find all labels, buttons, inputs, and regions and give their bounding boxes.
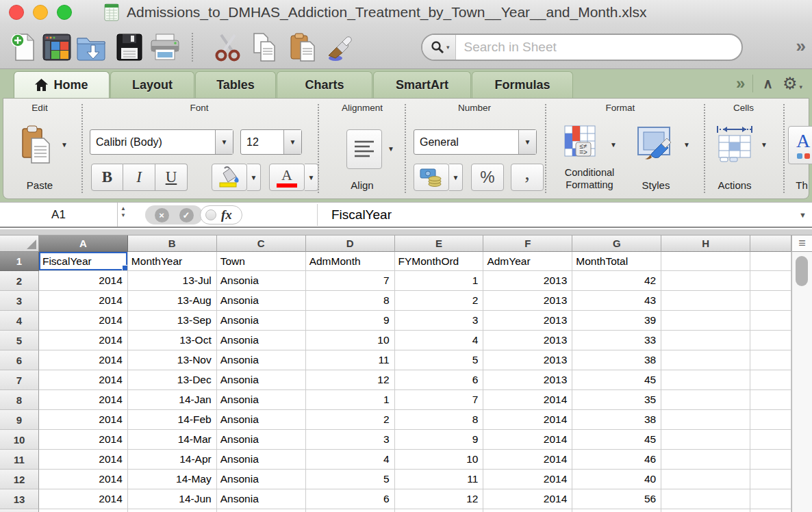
cell-B5[interactable]: 13-Oct [128, 331, 217, 350]
cell-G10[interactable]: 45 [572, 430, 661, 450]
scrollbar-thumb[interactable] [796, 256, 808, 286]
minimize-window-button[interactable] [33, 5, 48, 20]
row-header-5[interactable]: 5 [0, 331, 39, 350]
column-header-C[interactable]: C [217, 235, 306, 252]
cell-partial[interactable] [750, 489, 791, 509]
search-scope-button[interactable]: ▾ [422, 35, 456, 60]
cell-H12[interactable] [661, 470, 750, 489]
cell-F12[interactable]: 2014 [483, 470, 572, 489]
cell-G2[interactable]: 42 [572, 271, 661, 291]
cell-G3[interactable]: 43 [572, 291, 661, 311]
paste-button[interactable] [18, 123, 54, 166]
cell-G1[interactable]: MonthTotal [572, 252, 661, 271]
italic-button[interactable]: I [123, 164, 155, 191]
cell-E2[interactable]: 1 [395, 271, 484, 291]
cell-F11[interactable]: 2014 [483, 450, 572, 470]
row-header-2[interactable]: 2 [0, 271, 39, 291]
row-header-6[interactable]: 6 [0, 350, 39, 370]
row-header-13[interactable]: 13 [0, 489, 39, 509]
cell-C4[interactable]: Ansonia [217, 311, 306, 331]
cell-B3[interactable]: 13-Aug [128, 291, 217, 311]
cell-A9[interactable]: 2014 [39, 410, 128, 430]
column-header-D[interactable]: D [306, 235, 395, 252]
cell-D7[interactable]: 12 [306, 370, 395, 390]
tab-layout[interactable]: Layout [110, 71, 194, 98]
insert-function-button[interactable]: fx [221, 207, 232, 222]
cell-A2[interactable]: 2014 [39, 271, 128, 291]
cell-A12[interactable]: 2014 [39, 470, 128, 489]
cell-B9[interactable]: 14-Feb [128, 410, 217, 430]
conditional-formatting-dropdown-arrow[interactable]: ▼ [610, 141, 617, 149]
cell-partial[interactable] [750, 450, 791, 470]
cell-G11[interactable]: 46 [572, 450, 661, 470]
tab-formulas[interactable]: Formulas [472, 71, 573, 98]
cell-partial[interactable] [128, 509, 217, 512]
cell-partial[interactable] [750, 370, 791, 390]
cell-E4[interactable]: 3 [395, 311, 484, 331]
cell-C11[interactable]: Ansonia [217, 450, 306, 470]
cell-E5[interactable]: 4 [395, 331, 484, 350]
cut-button[interactable] [212, 31, 244, 63]
search-input[interactable] [456, 40, 741, 55]
cell-B12[interactable]: 14-May [128, 470, 217, 489]
cell-partial[interactable] [395, 509, 484, 512]
cell-partial[interactable] [750, 252, 791, 271]
themes-button[interactable]: A [788, 126, 812, 164]
save-button[interactable] [114, 31, 145, 63]
zoom-window-button[interactable] [57, 5, 72, 20]
cell-B7[interactable]: 13-Dec [128, 370, 217, 390]
conditional-formatting-button[interactable]: ≤≠ => [561, 123, 606, 166]
row-header-8[interactable]: 8 [0, 390, 39, 410]
font-color-button[interactable]: A [269, 164, 305, 191]
column-header-H[interactable]: H [661, 235, 750, 252]
formula-bar-expand-arrow[interactable]: ▼ [799, 211, 807, 219]
cell-D11[interactable]: 4 [306, 450, 395, 470]
new-document-button[interactable] [9, 31, 40, 63]
cell-partial[interactable] [483, 509, 572, 512]
row-header-3[interactable]: 3 [0, 291, 39, 311]
cell-B11[interactable]: 14-Apr [128, 450, 217, 470]
cell-F9[interactable]: 2014 [483, 410, 572, 430]
cell-G13[interactable]: 56 [572, 489, 661, 509]
cell-F4[interactable]: 2013 [483, 311, 572, 331]
cell-C7[interactable]: Ansonia [217, 370, 306, 390]
cell-C12[interactable]: Ansonia [217, 470, 306, 489]
cell-D1[interactable]: AdmMonth [306, 252, 395, 271]
cell-F7[interactable]: 2013 [483, 370, 572, 390]
cell-A6[interactable]: 2014 [39, 350, 128, 370]
paste-dropdown-arrow[interactable]: ▼ [61, 141, 68, 149]
cell-F1[interactable]: AdmYear [483, 252, 572, 271]
cell-partial[interactable] [750, 311, 791, 331]
cell-D2[interactable]: 7 [306, 271, 395, 291]
cell-C6[interactable]: Ansonia [217, 350, 306, 370]
cell-E9[interactable]: 8 [395, 410, 484, 430]
cell-H6[interactable] [661, 350, 750, 370]
cell-H11[interactable] [661, 450, 750, 470]
cell-H2[interactable] [661, 271, 750, 291]
cell-partial[interactable] [661, 509, 750, 512]
cell-D13[interactable]: 6 [306, 489, 395, 509]
cell-partial[interactable] [750, 350, 791, 370]
row-header-11[interactable]: 11 [0, 450, 39, 470]
cell-F6[interactable]: 2013 [483, 350, 572, 370]
formula-content[interactable]: FiscalYear [331, 203, 392, 227]
ribbon-settings-button[interactable]: ⚙▾ [783, 74, 802, 93]
cell-G8[interactable]: 35 [572, 390, 661, 410]
cell-A11[interactable]: 2014 [39, 450, 128, 470]
cell-H4[interactable] [661, 311, 750, 331]
cell-E7[interactable]: 6 [395, 370, 484, 390]
cell-H5[interactable] [661, 331, 750, 350]
currency-format-button[interactable] [414, 164, 449, 191]
cell-partial[interactable] [750, 331, 791, 350]
cell-D10[interactable]: 3 [306, 430, 395, 450]
cell-partial[interactable] [306, 509, 395, 512]
cell-D6[interactable]: 11 [306, 350, 395, 370]
cell-A5[interactable]: 2014 [39, 331, 128, 350]
font-name-dropdown-arrow[interactable]: ▼ [215, 130, 233, 154]
cell-H13[interactable] [661, 489, 750, 509]
cell-F5[interactable]: 2013 [483, 331, 572, 350]
cell-A7[interactable]: 2014 [39, 370, 128, 390]
cell-E11[interactable]: 10 [395, 450, 484, 470]
cell-D5[interactable]: 10 [306, 331, 395, 350]
cell-H1[interactable] [661, 252, 750, 271]
